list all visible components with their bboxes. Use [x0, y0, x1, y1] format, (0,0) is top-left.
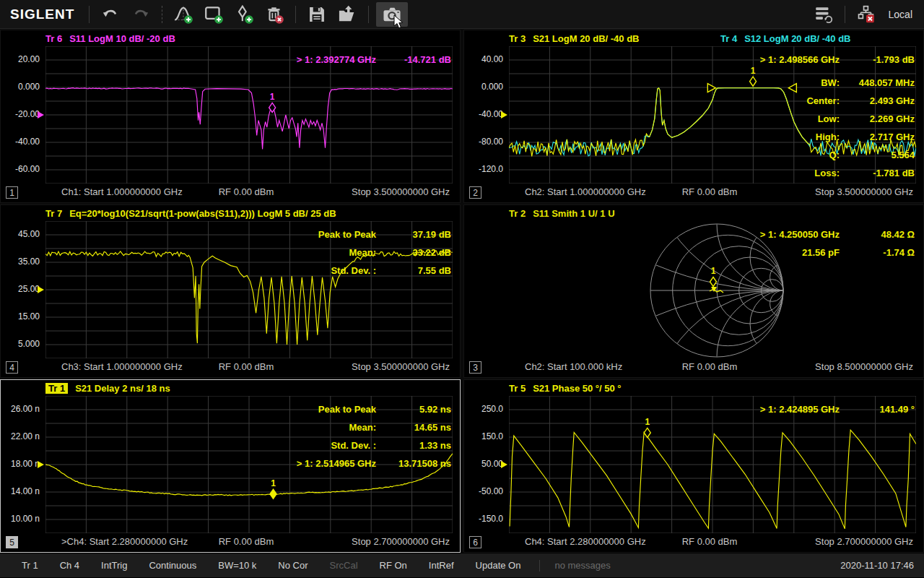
status-item-bw-10-k[interactable]: BW=10 k	[218, 560, 256, 571]
marker-1[interactable]: 1	[644, 417, 650, 438]
y-axis-label: -120.0	[464, 164, 503, 174]
rf-power-label[interactable]: RF 0.00 dBm	[682, 361, 738, 372]
add-trace-button[interactable]	[170, 2, 197, 27]
y-axis-label: 35.00	[1, 256, 40, 267]
reference-level-arrow	[38, 111, 44, 118]
readout-value: 14.65 ns	[376, 418, 451, 436]
readout-value: -14.721 dB	[376, 51, 451, 69]
status-item-rf-on[interactable]: RF On	[380, 560, 407, 571]
redo-button[interactable]	[127, 2, 154, 27]
undo-icon	[101, 5, 120, 24]
marker-1[interactable]: 1	[269, 92, 276, 113]
status-item-intref[interactable]: IntRef	[429, 560, 454, 571]
status-item-tr-1[interactable]: Tr 1	[22, 560, 38, 571]
lan-status-button[interactable]	[853, 2, 880, 27]
add-trace-icon	[173, 4, 193, 25]
channel-stop-label[interactable]: Stop 2.700000000 GHz	[815, 536, 913, 547]
trace-title-tr4[interactable]: Tr 4S12 LogM 20 dB/ -40 dB	[720, 33, 851, 44]
window-number-box[interactable]: 2	[469, 186, 481, 199]
trace-format-label: S11 LogM 10 dB/ -20 dB	[69, 33, 175, 44]
y-axis-label: -40.00	[1, 137, 40, 147]
readout-value: 37.19 dB	[376, 225, 451, 243]
trace-title-tr1[interactable]: Tr 1S21 Delay 2 ns/ 18 ns	[45, 383, 170, 394]
readout-value: 448.057 MHz	[840, 74, 915, 92]
rf-power-label[interactable]: RF 0.00 dBm	[682, 536, 738, 547]
channel-start-label[interactable]: Ch2: Start 100.000 kHz	[525, 361, 622, 372]
trace-title-tr5[interactable]: Tr 5S21 Phase 50 °/ 50 °	[509, 383, 622, 394]
delete-button[interactable]	[261, 2, 288, 27]
toolbar-separator	[845, 6, 845, 23]
status-item-srccal[interactable]: SrcCal	[330, 560, 358, 571]
channel-footer: 1Ch1: Start 1.000000000 GHzRF 0.00 dBmSt…	[1, 184, 460, 202]
readout-value: 5.92 ns	[376, 400, 451, 418]
readout-value: 2.717 GHz	[840, 128, 915, 146]
y-axis-label: -40.00	[464, 109, 503, 119]
reference-level-arrow	[38, 286, 44, 293]
undo-button[interactable]	[97, 2, 124, 27]
trace-line	[510, 430, 916, 529]
marker-1[interactable]: 1	[710, 266, 717, 287]
y-axis-label: 0.000	[464, 82, 503, 92]
readout-label: High:	[816, 128, 840, 146]
panel-window-6[interactable]: Tr 5S21 Phase 50 °/ 50 °250.0150.050.00-…	[463, 379, 924, 553]
window-number-box[interactable]: 5	[6, 536, 18, 548]
toolbar-separator	[295, 6, 296, 23]
window-number-box[interactable]: 6	[469, 536, 481, 548]
rf-power-label[interactable]: RF 0.00 dBm	[219, 536, 274, 547]
trace-tag: Tr 4	[720, 33, 737, 44]
channel-start-label[interactable]: Ch2: Start 1.000000000 GHz	[525, 186, 646, 197]
channel-stop-label[interactable]: Stop 3.500000000 GHz	[815, 186, 913, 197]
channel-stop-label[interactable]: Stop 3.500000000 GHz	[352, 361, 450, 372]
window-number-box[interactable]: 1	[6, 186, 18, 199]
lan-status-icon	[856, 4, 876, 25]
channel-stop-label[interactable]: Stop 8.500000000 GHz	[815, 361, 913, 372]
y-axis-label: 50.00	[464, 459, 503, 469]
y-axis-label: -150.0	[464, 514, 503, 524]
trace-tag: Tr 3	[509, 33, 526, 44]
status-item-ch-4[interactable]: Ch 4	[60, 560, 79, 571]
y-axis-label: 5.000	[1, 339, 40, 349]
trace-title-tr6[interactable]: Tr 6S11 LogM 10 dB/ -20 dB	[45, 33, 175, 44]
add-marker-button[interactable]	[230, 2, 258, 27]
rf-power-label[interactable]: RF 0.00 dBm	[219, 186, 274, 197]
y-axis-label: 250.0	[464, 404, 503, 414]
add-window-icon	[204, 4, 224, 25]
status-item-update-on[interactable]: Update On	[476, 560, 521, 571]
delete-icon	[264, 4, 284, 25]
y-axis-label: -80.00	[464, 137, 503, 147]
channel-start-label[interactable]: >Ch4: Start 2.280000000 GHz	[61, 536, 188, 547]
svg-text:1: 1	[751, 66, 756, 76]
open-button[interactable]	[334, 2, 361, 27]
system-preset-button[interactable]	[810, 2, 837, 27]
panel-window-2[interactable]: Tr 3S21 LogM 20 dB/ -40 dBTr 4S12 LogM 2…	[463, 30, 924, 203]
channel-start-label[interactable]: Ch1: Start 1.000000000 GHz	[61, 186, 183, 197]
brand-logo: SIGLENT	[10, 7, 74, 22]
add-window-button[interactable]	[200, 2, 227, 27]
rf-power-label[interactable]: RF 0.00 dBm	[219, 361, 274, 372]
channel-start-label[interactable]: Ch4: Start 2.280000000 GHz	[525, 536, 646, 547]
trace-title-tr7[interactable]: Tr 7Eq=20*log10(S21/sqrt(1-pow(abs(S11),…	[45, 208, 336, 219]
status-item-continuous[interactable]: Continuous	[149, 560, 196, 571]
window-number-box[interactable]: 4	[6, 361, 18, 374]
panel-window-3[interactable]: Tr 2S11 Smith 1 U/ 1 U> 1: 4.250050 GHz4…	[463, 204, 924, 378]
marker-1[interactable]: 1	[270, 478, 276, 499]
panel-window-1[interactable]: Tr 6S11 LogM 10 dB/ -20 dB20.000.000-20.…	[0, 30, 461, 203]
status-item-no-cor[interactable]: No Cor	[278, 560, 308, 571]
reference-level-arrow	[501, 111, 507, 118]
local-label[interactable]: Local	[889, 9, 912, 20]
window-number-box[interactable]: 3	[469, 361, 481, 374]
channel-start-label[interactable]: Ch3: Start 1.000000000 GHz	[61, 361, 183, 372]
channel-stop-label[interactable]: Stop 3.500000000 GHz	[352, 186, 450, 197]
toolbar-separator	[89, 6, 90, 23]
toolbar-separator	[368, 6, 369, 23]
panel-window-5[interactable]: Tr 1S21 Delay 2 ns/ 18 ns26.00 n22.00 n1…	[0, 379, 461, 553]
trace-tag: Tr 6	[45, 33, 62, 44]
y-axis-label: 18.00 n	[1, 459, 40, 469]
rf-power-label[interactable]: RF 0.00 dBm	[682, 186, 738, 197]
status-item-inttrig[interactable]: IntTrig	[101, 560, 127, 571]
panel-window-4[interactable]: Tr 7Eq=20*log10(S21/sqrt(1-pow(abs(S11),…	[0, 204, 461, 378]
save-button[interactable]	[303, 2, 331, 27]
trace-title-tr3[interactable]: Tr 3S21 LogM 20 dB/ -40 dB	[509, 33, 640, 44]
readout-value: 33.22 dB	[376, 243, 451, 262]
channel-stop-label[interactable]: Stop 2.700000000 GHz	[352, 536, 450, 547]
